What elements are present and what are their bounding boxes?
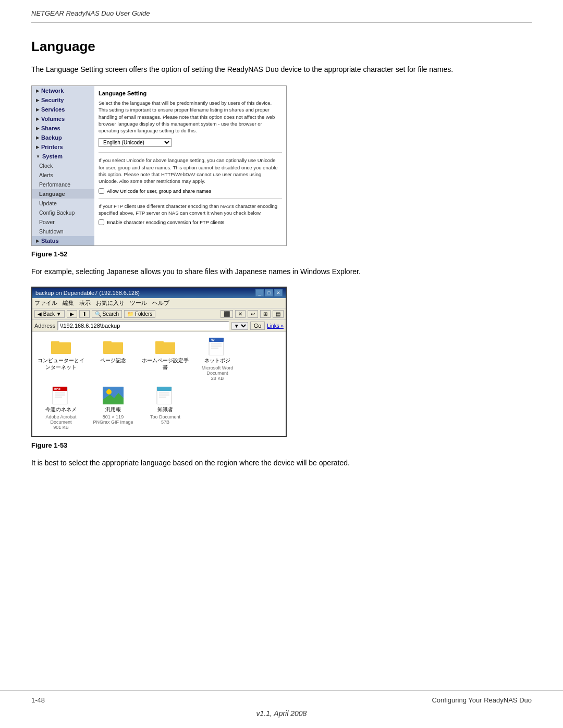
word-icon: W	[207, 337, 228, 355]
file-icon-label-5: 今週のネネメ	[45, 406, 77, 413]
sidebar-item-clock[interactable]: Clock	[32, 161, 94, 170]
body-text-2: It is best to select the appropriate lan…	[31, 458, 532, 468]
sidebar-item-services[interactable]: Services	[32, 105, 94, 114]
svg-rect-21	[157, 387, 172, 391]
nas-main-panel: Language Setting Select the the language…	[94, 86, 286, 245]
pdf-icon: PDF	[51, 386, 71, 404]
figure-52-screenshot: Network Security Services Volumes Shares…	[31, 85, 287, 246]
file-icon-sublabel-4: Microsoft Word Document28 KB	[194, 365, 241, 381]
header-rule	[31, 22, 532, 23]
toolbar-icon1[interactable]: ⬛	[221, 310, 233, 318]
sidebar-item-backup[interactable]: Backup	[32, 133, 94, 142]
unicode-checkbox[interactable]	[99, 188, 104, 194]
folder-icon-2	[103, 337, 124, 355]
file-icon-2[interactable]: ページ記念	[90, 337, 137, 381]
language-select[interactable]: English (Unicode) Japanese Chinese (Simp…	[99, 138, 172, 147]
sidebar-item-shutdown[interactable]: Shutdown	[32, 227, 94, 236]
window-controls: _ □ ✕	[255, 289, 283, 297]
doc-title: NETGEAR ReadyNAS Duo User Guide	[31, 9, 532, 17]
sidebar-item-status[interactable]: Status	[32, 236, 94, 245]
file-icon-5[interactable]: PDF 今週のネネメ Adobe Acrobat Document901 KB	[38, 386, 84, 430]
image-icon	[103, 386, 124, 404]
file-icon-label-3: ホームページ設定手書	[142, 357, 189, 371]
minimize-button[interactable]: _	[255, 289, 264, 297]
file-icon-3[interactable]: ホームページ設定手書	[142, 337, 189, 381]
sidebar-item-volumes[interactable]: Volumes	[32, 114, 94, 124]
file-icon-label-2: ページ記念	[100, 357, 126, 364]
page-title: Language	[31, 39, 532, 55]
lang-select-row: English (Unicode) Japanese Chinese (Simp…	[99, 138, 282, 147]
menu-tools[interactable]: ツール	[130, 299, 147, 307]
menu-file[interactable]: ファイル	[34, 299, 57, 307]
file-icon-7[interactable]: 知識者 Too Document57B	[142, 386, 189, 430]
sidebar-item-power[interactable]: Power	[32, 217, 94, 227]
menu-favorites[interactable]: お気に入り	[96, 299, 125, 307]
back-button[interactable]: ◀ Back ▼	[34, 310, 65, 318]
ftp-desc: If your FTP client use different charact…	[99, 203, 282, 217]
menu-help[interactable]: ヘルプ	[152, 299, 169, 307]
folders-button[interactable]: 📁 Folders	[124, 310, 155, 318]
menu-edit[interactable]: 編集	[63, 299, 74, 307]
sidebar-item-update[interactable]: Update	[32, 199, 94, 208]
middle-text: For example, selecting Japanese allows y…	[31, 266, 532, 277]
file-icon-4[interactable]: W ネットポジ Microsoft Word Document28 KB	[194, 337, 241, 381]
footer-version: v1.1, April 2008	[31, 709, 532, 718]
svg-rect-5	[155, 341, 164, 343]
toolbar-icon2[interactable]: ✕	[235, 310, 246, 318]
svg-rect-3	[103, 341, 112, 343]
explorer-title: backup on Dependable7 (192.168.6.128)	[35, 290, 140, 296]
toolbar-icon3[interactable]: ↩	[248, 310, 258, 318]
sidebar-item-alerts[interactable]: Alerts	[32, 170, 94, 180]
svg-text:W: W	[211, 338, 215, 342]
file-icon-6[interactable]: 汎用報 801 × 119PNGrax GIF Image	[90, 386, 137, 430]
ftp-checkbox[interactable]	[99, 219, 104, 225]
toolbar-icon5[interactable]: ▤	[273, 310, 284, 318]
file-icon-label-6: 汎用報	[105, 406, 121, 413]
address-input[interactable]	[57, 321, 229, 330]
address-label: Address	[34, 323, 55, 329]
folder-icon-3	[155, 337, 176, 355]
forward-button[interactable]: ▶	[67, 310, 77, 318]
explorer-content: コンピューターとインターネット ページ記念	[32, 332, 286, 436]
file-icon-1[interactable]: コンピューターとインターネット	[38, 337, 84, 381]
lang-setting-title: Language Setting	[99, 90, 282, 96]
unicode-checkbox-label: Allow Unicode for user, group and share …	[107, 188, 211, 194]
sidebar-item-security[interactable]: Security	[32, 95, 94, 105]
svg-point-19	[106, 389, 112, 394]
sidebar-item-network[interactable]: Network	[32, 86, 94, 95]
folder-icon-1	[51, 337, 71, 355]
file-icon-label-4: ネットポジ	[204, 357, 230, 364]
go-button[interactable]: Go	[250, 322, 265, 330]
svg-text:PDF: PDF	[54, 388, 60, 391]
toolbar-icon4[interactable]: ⊞	[260, 310, 271, 318]
up-button[interactable]: ⬆	[79, 310, 90, 318]
figure-53-label: Figure 1-53	[31, 441, 532, 449]
file-icon-label-1: コンピューターとインターネット	[38, 357, 84, 371]
close-button[interactable]: ✕	[274, 289, 283, 297]
menu-view[interactable]: 表示	[79, 299, 91, 307]
search-button[interactable]: 🔍 Search	[92, 310, 122, 318]
main-content: Language The Language Setting screen off…	[0, 39, 563, 574]
sidebar-item-config-backup[interactable]: Config Backup	[32, 208, 94, 217]
address-dropdown[interactable]: ▼	[231, 322, 248, 330]
sidebar-item-shares[interactable]: Shares	[32, 124, 94, 133]
unicode-desc: If you select Unicode for above language…	[99, 157, 282, 184]
sidebar-item-language[interactable]: Language	[32, 189, 94, 199]
sidebar-item-performance[interactable]: Performance	[32, 180, 94, 189]
ftp-checkbox-row: Enable character encoding conversion for…	[99, 219, 282, 225]
links-button[interactable]: Links »	[267, 323, 284, 329]
page-wrapper: NETGEAR ReadyNAS Duo User Guide Language…	[0, 0, 563, 728]
footer-version-row: v1.1, April 2008	[0, 709, 563, 728]
sidebar-item-system[interactable]: System	[32, 152, 94, 161]
footer-area: 1-48 Configuring Your ReadyNAS Duo	[0, 690, 563, 709]
footer-page-number: 1-48	[31, 696, 45, 704]
footer-right-text: Configuring Your ReadyNAS Duo	[432, 696, 532, 704]
figure-52-label: Figure 1-52	[31, 250, 532, 258]
maximize-button[interactable]: □	[265, 289, 273, 297]
sidebar-item-printers[interactable]: Printers	[32, 142, 94, 152]
generic-doc-icon	[155, 386, 176, 404]
explorer-menubar: ファイル 編集 表示 お気に入り ツール ヘルプ	[32, 298, 286, 309]
figure-53-screenshot: backup on Dependable7 (192.168.6.128) _ …	[31, 287, 287, 437]
explorer-titlebar: backup on Dependable7 (192.168.6.128) _ …	[32, 288, 286, 298]
ftp-checkbox-label: Enable character encoding conversion for…	[107, 219, 226, 225]
